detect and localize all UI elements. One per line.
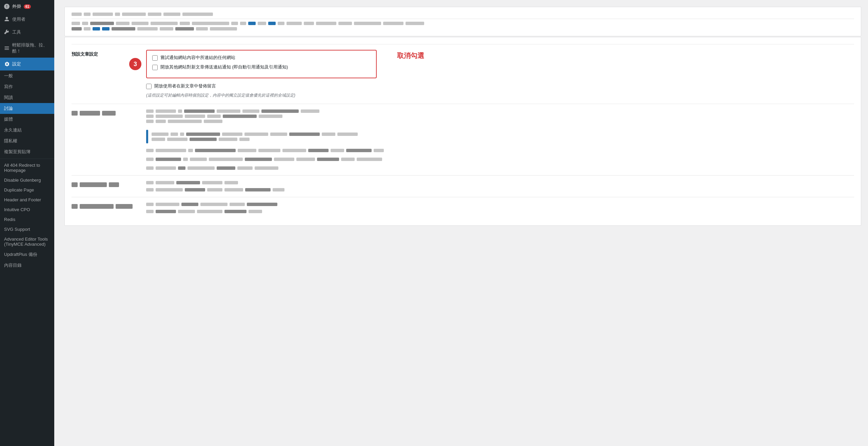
- sidebar-item-header-footer[interactable]: Header and Footer: [0, 195, 54, 205]
- sidebar-item-advanced-editor[interactable]: Advanced Editor Tools (TinyMCE Advanced): [0, 234, 54, 249]
- dragdrop-label: 輕鬆排版拖、拉、酷！: [12, 42, 50, 54]
- checkbox-trackback-row: 開放其他網站對新文章傳送連結通知 (即自動引用通知及引用通知): [152, 64, 371, 70]
- checkbox-comments-row: 開放使用者在新文章中發佈留言: [146, 83, 854, 89]
- sidebar-item-dragdrop[interactable]: 輕鬆排版拖、拉、酷！: [0, 39, 54, 58]
- sidebar-item-redis[interactable]: Redis: [0, 215, 54, 224]
- checkbox-trackback-label: 開放其他網站對新文章傳送連結通知 (即自動引用通知及引用通知): [160, 64, 288, 70]
- sidebar-item-settings[interactable]: 設定: [0, 58, 54, 70]
- main-content: 預設文章設定 3 嘗試通知網站內容中所連結的任何網: [54, 0, 868, 446]
- checkbox-pingback-row: 嘗試通知網站內容中所連結的任何網站: [152, 55, 371, 61]
- svg-rect-1: [5, 48, 9, 48]
- sidebar-item-updraftplus[interactable]: UpdraftPlus 備份: [0, 249, 54, 260]
- checkbox-comments-label: 開放使用者在新文章中發佈留言: [154, 83, 216, 89]
- settings-submenu: 一般 寫作 閱讀 討論 媒體 永久連結 隱私權 複製至剪貼簿: [0, 70, 54, 157]
- hint-text: (這些設定可於編輯內容時個別設定，內容中的獨立設定值會優先於這裡的全域設定): [146, 93, 854, 98]
- sidebar-item-svg-support[interactable]: SVG Support: [0, 224, 54, 234]
- settings-label: 設定: [12, 61, 21, 67]
- top-blurred-section: [64, 7, 861, 36]
- settings-row-blurred-2: [72, 175, 854, 197]
- plugins-label: 外掛: [12, 3, 21, 9]
- sidebar-item-permalink[interactable]: 永久連結: [0, 125, 54, 136]
- svg-rect-2: [5, 49, 9, 50]
- sidebar-item-writing[interactable]: 寫作: [0, 81, 54, 92]
- svg-rect-0: [5, 46, 9, 47]
- settings-row-blurred-1: [72, 104, 854, 175]
- checkbox-comments[interactable]: [146, 84, 152, 89]
- users-label: 使用者: [12, 16, 25, 22]
- sidebar-item-content-list[interactable]: 內容目錄: [0, 260, 54, 271]
- cancel-label: 取消勾選: [397, 50, 424, 60]
- sidebar-item-media[interactable]: 媒體: [0, 114, 54, 125]
- sidebar-item-users[interactable]: 使用者: [0, 13, 54, 26]
- sidebar-item-all404[interactable]: All 404 Redirect to Homepage: [0, 160, 54, 175]
- step-badge: 3: [129, 58, 141, 70]
- settings-row-default-article: 預設文章設定 3 嘗試通知網站內容中所連結的任何網: [72, 44, 854, 104]
- settings-row-blurred-3: [72, 197, 854, 219]
- plugins-badge: 61: [24, 4, 31, 9]
- content-area: 預設文章設定 3 嘗試通知網站內容中所連結的任何網: [54, 0, 868, 446]
- sidebar-item-plugins[interactable]: 外掛 61: [0, 0, 54, 13]
- sidebar: 外掛 61 使用者 工具 輕鬆排版拖、拉、酷！ 設定 一般 寫作 閱讀 討論 媒…: [0, 0, 54, 446]
- sidebar-item-disable-gutenberg[interactable]: Disable Gutenberg: [0, 175, 54, 185]
- sidebar-item-privacy[interactable]: 隱私權: [0, 136, 54, 146]
- settings-section-content: 3 嘗試通知網站內容中所連結的任何網站: [146, 50, 854, 98]
- settings-section-label: 預設文章設定: [72, 50, 146, 57]
- checkbox-pingback[interactable]: [152, 55, 158, 61]
- sidebar-item-clipboard[interactable]: 複製至剪貼簿: [0, 146, 54, 157]
- sidebar-item-reading[interactable]: 閱讀: [0, 92, 54, 103]
- checkbox-trackback[interactable]: [152, 65, 158, 70]
- sidebar-divider-1: [0, 159, 54, 159]
- settings-area: 預設文章設定 3 嘗試通知網站內容中所連結的任何網: [64, 37, 861, 226]
- tools-label: 工具: [12, 29, 21, 35]
- highlight-box: 嘗試通知網站內容中所連結的任何網站 開放其他網站對新文章傳送連結通知 (即自動引…: [146, 50, 377, 78]
- sidebar-item-duplicate-page[interactable]: Duplicate Page: [0, 185, 54, 195]
- checkbox-pingback-label: 嘗試通知網站內容中所連結的任何網站: [160, 55, 235, 61]
- sidebar-item-general[interactable]: 一般: [0, 70, 54, 81]
- sidebar-item-discussion[interactable]: 討論: [0, 103, 54, 114]
- sidebar-item-intuitive-cpo[interactable]: Intuitive CPO: [0, 205, 54, 215]
- sidebar-item-tools[interactable]: 工具: [0, 26, 54, 39]
